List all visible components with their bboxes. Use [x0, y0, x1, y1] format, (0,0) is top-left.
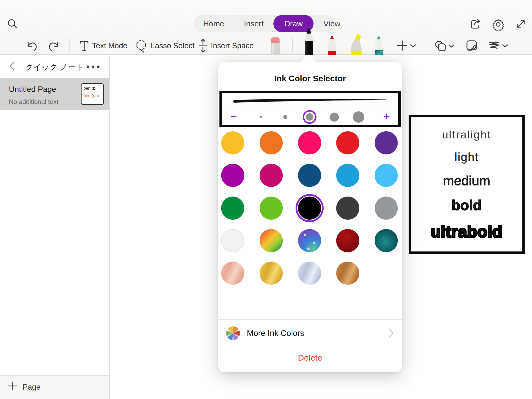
ink-color-swatch-orange[interactable]	[260, 131, 283, 154]
ink-color-swatch-yellow[interactable]	[221, 131, 244, 154]
toolbar-divider	[292, 39, 293, 52]
size-minus-button[interactable]: −	[230, 110, 237, 123]
shapes-chevron-down-icon[interactable]	[448, 44, 455, 48]
add-page-label: Page	[23, 383, 40, 392]
ink-color-swatch-gold[interactable]	[260, 262, 283, 285]
ink-color-swatch-violet[interactable]	[221, 164, 244, 187]
stroke-width-preview	[233, 98, 387, 104]
thumbnail-ink-line-orange: pen (ora	[83, 93, 103, 98]
text-mode-button[interactable]: Text Mode	[92, 41, 127, 50]
share-icon[interactable]	[469, 18, 481, 30]
shapes-icon[interactable]	[434, 40, 447, 52]
size-dot-3[interactable]	[306, 113, 313, 121]
ink-color-swatch-lime-green[interactable]	[260, 197, 283, 220]
delete-button[interactable]: Delete	[218, 353, 402, 363]
add-pen-chevron-down-icon[interactable]	[410, 44, 416, 48]
highlighter-yellow-tool[interactable]	[348, 33, 364, 55]
stroke-size-selector: − +	[219, 91, 401, 127]
page-thumbnail: pen (bl pen (ora	[81, 83, 104, 105]
handwriting-line-bold: bold	[451, 198, 482, 212]
text-mode-icon[interactable]	[80, 40, 89, 51]
ink-color-swatch-blue[interactable]	[336, 164, 359, 187]
more-ink-colors-row[interactable]: More Ink Colors	[218, 320, 402, 347]
ink-color-swatch-gray[interactable]	[375, 197, 398, 220]
ink-color-swatch-sky-blue[interactable]	[375, 164, 398, 187]
undo-icon[interactable]	[26, 40, 37, 52]
popover-title: Ink Color Selector	[218, 74, 402, 83]
top-bar: HomeInsertDrawView	[0, 0, 532, 55]
size-dot-1[interactable]	[260, 116, 262, 118]
ink-color-swatch-magenta[interactable]	[260, 164, 283, 187]
toolbar-divider	[425, 39, 425, 52]
more-ink-colors-label: More Ink Colors	[247, 329, 304, 338]
ink-color-selector-popover: Ink Color Selector − + More Ink Colors D…	[218, 62, 402, 372]
redo-icon[interactable]	[48, 40, 60, 52]
ink-to-shape-chevron-down-icon[interactable]	[502, 44, 508, 48]
ink-color-swatch-copper[interactable]	[336, 262, 359, 285]
ink-to-shape-squiggle-icon[interactable]	[488, 41, 500, 51]
size-plus-button[interactable]: +	[383, 110, 390, 123]
insert-space-icon[interactable]	[198, 38, 208, 53]
ink-color-swatch-dark-blue[interactable]	[298, 164, 321, 187]
handwriting-line-light: light	[454, 151, 479, 163]
pen-galaxy-tool[interactable]	[372, 35, 385, 55]
ink-color-swatch-pink[interactable]	[298, 131, 321, 154]
ink-color-swatch-rainbow-glitter[interactable]	[260, 229, 283, 252]
search-icon[interactable]	[6, 18, 19, 30]
insert-space-button[interactable]: Insert Space	[211, 41, 254, 50]
tab-home[interactable]: Home	[193, 15, 234, 32]
popover-divider	[218, 347, 402, 347]
ink-annotate-icon[interactable]	[466, 39, 478, 52]
size-dot-row: − +	[222, 109, 398, 125]
ink-color-swatch-dark-gray[interactable]	[336, 197, 359, 220]
ink-color-swatch-purple[interactable]	[375, 131, 398, 154]
ink-color-swatch-silver[interactable]	[298, 262, 321, 285]
handwriting-line-medium: medium	[443, 174, 490, 187]
lasso-select-button[interactable]: Lasso Select	[151, 41, 195, 50]
ink-color-swatch-red[interactable]	[336, 131, 359, 154]
page-title: Untitled Page	[9, 85, 56, 94]
thumbnail-ink-line-black: pen (bl	[83, 86, 103, 91]
add-pen-button[interactable]	[396, 39, 408, 52]
add-page-button[interactable]: Page	[0, 375, 109, 399]
settings-gear-icon[interactable]	[492, 18, 504, 30]
chevron-right-icon	[388, 329, 394, 338]
ink-color-swatch-white[interactable]	[221, 229, 244, 252]
color-wheel-icon	[226, 326, 240, 340]
ink-color-swatch-rose-gold[interactable]	[221, 262, 244, 285]
page-list-sidebar: クイック ノート Untitled Page No additional tex…	[0, 55, 110, 399]
page-list-item-selected[interactable]: Untitled Page No additional text pen (bl…	[0, 78, 109, 110]
more-options-ellipsis-icon[interactable]	[87, 66, 100, 68]
toolbar-divider	[69, 39, 70, 52]
handwriting-line-ultrabold: ultrabold	[431, 223, 502, 240]
plus-icon	[8, 381, 17, 391]
handwriting-weight-sample-box: ultralightlightmediumboldultrabold	[409, 115, 525, 254]
tab-insert[interactable]: Insert	[234, 15, 273, 32]
handwriting-line-ultralight: ultralight	[442, 129, 491, 140]
pen-black-tool[interactable]	[302, 27, 315, 55]
ink-color-swatch-black[interactable]	[298, 197, 321, 220]
ink-color-swatch-galaxy-glitter[interactable]	[298, 229, 321, 252]
size-dot-5[interactable]	[353, 111, 364, 123]
ink-color-swatch-dark-red-marble[interactable]	[336, 229, 359, 252]
page-subtitle: No additional text	[9, 98, 58, 106]
tab-view[interactable]: View	[314, 15, 350, 32]
sidebar-header: クイック ノート	[0, 55, 109, 78]
size-dot-4[interactable]	[330, 113, 339, 122]
ink-color-swatch-green[interactable]	[221, 197, 244, 220]
eraser-tool[interactable]	[269, 37, 281, 55]
fullscreen-expand-icon[interactable]	[515, 18, 527, 30]
lasso-select-icon[interactable]	[134, 39, 148, 53]
size-dot-2[interactable]	[283, 115, 287, 119]
pen-red-tool[interactable]	[326, 34, 338, 55]
ink-color-swatch-dark-teal-marble[interactable]	[375, 229, 398, 252]
